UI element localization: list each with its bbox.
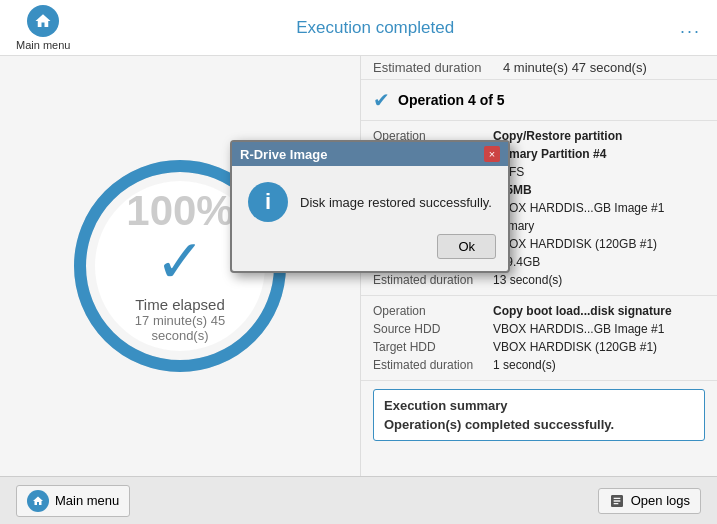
dialog-title: R-Drive Image — [240, 147, 327, 162]
dialog-message: Disk image restored successfully. — [300, 195, 492, 210]
dialog: R-Drive Image × i Disk image restored su… — [230, 140, 510, 273]
ok-button[interactable]: Ok — [437, 234, 496, 259]
dialog-body: i Disk image restored successfully. — [232, 166, 508, 234]
dialog-footer: Ok — [232, 234, 508, 271]
dialog-overlay: R-Drive Image × i Disk image restored su… — [0, 0, 717, 524]
info-icon-letter: i — [265, 189, 271, 215]
info-icon: i — [248, 182, 288, 222]
dialog-titlebar: R-Drive Image × — [232, 142, 508, 166]
dialog-close-button[interactable]: × — [484, 146, 500, 162]
